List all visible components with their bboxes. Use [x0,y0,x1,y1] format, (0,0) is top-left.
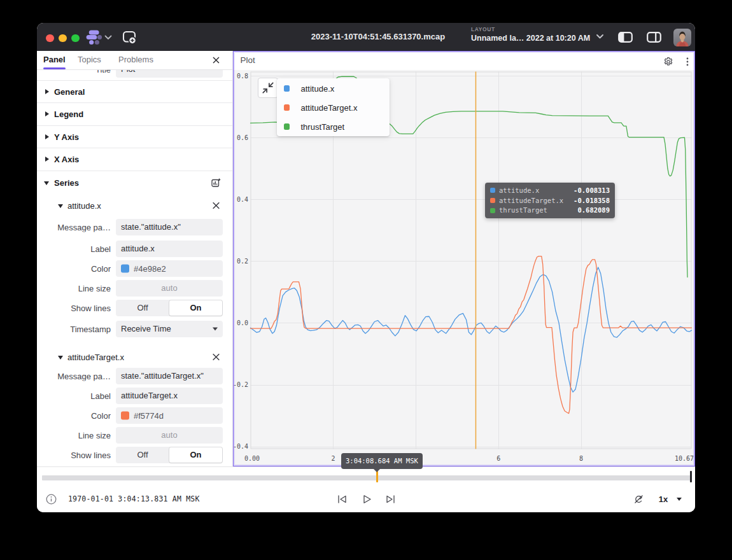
remove-series-icon[interactable] [211,200,221,210]
show-lines-on-button[interactable]: On [169,300,222,316]
section-label: Series [54,178,79,187]
label-input[interactable]: attitude.x [116,241,223,257]
add-series-icon[interactable] [211,178,221,187]
skip-to-end-icon[interactable] [385,494,396,505]
field-label-label: Label [50,244,111,253]
main-content: Title Plot General Legend Y Axis [37,51,695,466]
foxglove-logo-icon[interactable] [85,27,103,46]
settings-tree: Title Plot General Legend Y Axis [37,70,232,466]
message-path-input[interactable]: state."attitudeTarget.x" [116,368,223,384]
user-avatar[interactable] [673,29,691,46]
legend-label: thrustTarget [301,122,345,131]
tooltip-series-value: -0.008313 [574,186,610,194]
section-general[interactable]: General [37,81,232,102]
hover-values-tooltip: attitude.x-0.008313attitudeTarget.x-0.01… [485,183,615,218]
section-legend[interactable]: Legend [37,102,232,125]
series-name: attitudeTarget.x [67,352,124,361]
arrows-collapse-icon [258,78,278,97]
speed-caret-icon [677,498,682,501]
y-tick-label: 0.6 [236,134,248,141]
sidebar-tabbar: Panel Topics Problems [37,51,232,70]
active-tab-underline [43,67,66,69]
message-path-input[interactable]: state."attitude.x" [116,219,223,235]
playback-speed[interactable]: 1x [656,494,671,504]
color-swatch[interactable] [121,411,129,419]
section-label: General [54,87,85,96]
legend-label: attitude.x [301,83,335,93]
legend-item[interactable]: thrustTarget [277,117,390,136]
color-input[interactable] [116,260,223,277]
playback-bar: 3:04:08.684 AM MSK 1970-01-01 3:04:13.83… [37,466,695,513]
add-panel-icon[interactable] [122,30,137,45]
triangle-down-icon [58,202,64,209]
x-tick-label: 0.00 [244,455,259,462]
color-swatch[interactable] [121,264,129,272]
line-size-input[interactable]: auto [116,280,223,297]
legend-item[interactable]: attitudeTarget.x [277,98,390,117]
app-menu-chevron-icon[interactable] [104,35,112,40]
series-name: attitude.x [67,200,101,210]
skip-to-start-icon[interactable] [337,494,348,505]
field-label-message-path: Message pa… [50,371,111,381]
minimize-window-button[interactable] [59,34,67,43]
left-sidebar-toggle-icon[interactable] [618,32,633,43]
triangle-right-icon [44,111,50,117]
tooltip-series-value: -0.018358 [574,197,610,204]
tooltip-row: attitude.x-0.008313 [490,185,610,195]
close-sidebar-icon[interactable] [211,55,221,65]
legend-popup: attitude.xattitudeTarget.xthrustTarget [277,78,390,136]
timestamp-select[interactable]: Receive Time [116,321,223,337]
legend-swatch-icon [284,104,290,111]
series-node-attitude-x[interactable]: attitude.x [37,195,232,216]
info-icon[interactable] [46,494,57,505]
triangle-down-icon [58,354,64,360]
legend-collapse-button[interactable] [258,78,278,98]
remove-series-icon[interactable] [211,352,221,361]
show-lines-off-button[interactable]: Off [116,447,169,463]
label-input[interactable]: attitudeTarget.x [116,388,223,404]
plot-panel[interactable]: Plot 0.80.60.40.20.0-0.2-0.40.00246810.6… [233,51,696,466]
right-sidebar-toggle-icon[interactable] [647,32,661,43]
layout-name: Unnamed la… 2022 at 10:20 AM [471,34,590,43]
color-hex-value: #4e98e2 [134,263,166,273]
y-tick-label: -0.2 [232,381,248,388]
series-node-attitude-target-x[interactable]: attitudeTarget.x [37,346,232,368]
section-y-axis[interactable]: Y Axis [37,125,232,148]
tooltip-row: thrustTarget0.682089 [490,206,610,216]
zoom-window-button[interactable] [71,34,80,43]
tab-panel[interactable]: Panel [43,51,66,69]
tab-problems[interactable]: Problems [118,51,153,69]
section-series[interactable]: Series [37,171,232,194]
tooltip-swatch-icon [490,208,495,213]
color-input[interactable] [116,407,223,424]
field-label-line-size: Line size [50,430,111,440]
legend-swatch-icon [284,123,290,130]
show-lines-toggle: Off On [116,300,223,316]
playhead-marker[interactable] [690,471,692,482]
line-size-input[interactable]: auto [116,427,223,444]
color-hex-value: #f5774d [134,410,164,420]
field-label-show-lines: Show lines [50,303,111,312]
tooltip-swatch-icon [490,188,495,193]
layout-menu-button[interactable]: LAYOUT Unnamed la… 2022 at 10:20 AM [471,26,590,43]
x-tick-label: 2 [331,455,335,462]
section-x-axis[interactable]: X Axis [37,148,232,171]
tab-topics[interactable]: Topics [78,51,101,69]
tooltip-swatch-icon [490,198,495,203]
field-label-color: Color [50,263,111,273]
loop-disabled-icon[interactable] [633,494,644,505]
show-lines-on-button[interactable]: On [169,447,222,463]
legend-item[interactable]: attitude.x [277,79,390,98]
tooltip-series-value: 0.682089 [577,206,610,214]
close-window-button[interactable] [46,34,54,43]
tooltip-series-label: thrustTarget [499,206,547,214]
section-label: Legend [54,109,83,118]
seek-bar[interactable] [42,475,692,480]
field-label-color: Color [50,410,111,420]
show-lines-off-button[interactable]: Off [116,300,169,316]
app-window: 2023-11-10T04:51:45.631370.mcap LAYOUT U… [37,23,695,512]
triangle-right-icon [44,88,50,95]
seek-hover-tooltip: 3:04:08.684 AM MSK [341,453,423,469]
section-label: Y Axis [54,132,79,141]
play-icon[interactable] [362,494,372,505]
